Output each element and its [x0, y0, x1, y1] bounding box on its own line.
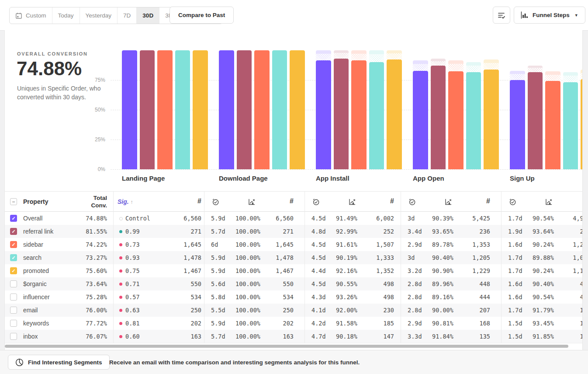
bar[interactable]	[528, 72, 543, 169]
row-checkbox[interactable]: ✓	[10, 215, 17, 222]
count-column-header[interactable]: #	[259, 197, 294, 205]
table-row: email76.00%0.632505.5d100.00%2504.1d92.0…	[5, 304, 583, 317]
chart-options-button[interactable]	[493, 7, 510, 24]
significance-dot	[119, 256, 122, 259]
select-all-checkbox[interactable]: –	[10, 198, 17, 205]
step-count: 534	[254, 290, 294, 304]
row-checkbox[interactable]: ✓	[10, 228, 17, 235]
significance-value: 0.73	[125, 238, 140, 251]
time-to-convert-column-header[interactable]	[509, 198, 516, 206]
bar[interactable]	[387, 59, 402, 169]
property-name: $organic	[23, 277, 47, 290]
bar[interactable]	[484, 70, 499, 169]
compare-to-past-label: Compare to Past	[178, 12, 225, 18]
conversion-rate-column-header[interactable]	[545, 198, 553, 206]
count-column-header[interactable]: #	[455, 197, 490, 205]
step-count: 221	[551, 225, 583, 238]
funnel-steps-icon	[521, 11, 529, 19]
bar[interactable]	[466, 72, 481, 169]
bar-dropoff-cap	[413, 60, 428, 71]
property-name: promoted	[23, 264, 49, 277]
total-conv-column-header[interactable]: TotalConv.	[63, 195, 107, 210]
compare-to-past-button[interactable]: Compare to Past	[169, 7, 234, 24]
bar[interactable]	[510, 80, 525, 169]
bar[interactable]	[351, 60, 367, 169]
step-conversion: 89.78%	[432, 238, 453, 251]
conversion-rate-column-header[interactable]	[348, 198, 356, 206]
step-count: 163	[162, 330, 201, 343]
bar[interactable]	[448, 71, 463, 169]
bar[interactable]	[140, 50, 155, 169]
bar[interactable]	[272, 50, 287, 169]
sort-arrow-icon: ↑	[131, 199, 133, 205]
step-conversion: 90.55%	[336, 277, 357, 290]
bar[interactable]	[193, 50, 208, 169]
bar[interactable]	[563, 82, 578, 169]
conversion-rate-column-header[interactable]	[248, 198, 256, 206]
range-today[interactable]: Today	[52, 7, 80, 24]
bar[interactable]	[545, 81, 560, 169]
time-to-convert-column-header[interactable]	[312, 198, 320, 206]
bar[interactable]	[254, 50, 270, 169]
step-time: 1.7d	[508, 304, 522, 317]
bar[interactable]	[431, 66, 446, 169]
count-column-header[interactable]: #	[359, 197, 394, 205]
bar[interactable]	[334, 59, 349, 169]
property-name: keywords	[23, 317, 49, 330]
step-conversion: 90.40%	[432, 251, 453, 264]
row-checkbox[interactable]	[10, 320, 17, 327]
funnel-step-label: App Install	[316, 175, 349, 182]
step-time: 1.7d	[508, 251, 522, 264]
bar-dropoff-cap	[316, 50, 331, 60]
time-to-convert-column-header[interactable]	[212, 198, 219, 206]
find-interesting-segments-button[interactable]: Find Interesting Segments	[8, 355, 110, 370]
bar[interactable]	[157, 50, 173, 169]
range-label: Today	[58, 12, 74, 19]
step-time: 5.9d	[211, 212, 225, 225]
bar[interactable]	[581, 79, 583, 169]
sig-column-header[interactable]: Sig. ↑	[118, 198, 133, 205]
bar[interactable]	[369, 62, 384, 169]
range-30d[interactable]: 30D	[137, 7, 159, 24]
funnel-step-label: Download Page	[219, 175, 268, 182]
significance-dot	[119, 322, 122, 325]
step-conversion: 90.40%	[533, 277, 554, 290]
bar[interactable]	[413, 71, 428, 169]
bar[interactable]	[122, 50, 137, 169]
bar[interactable]	[175, 50, 190, 169]
step-conversion: 93.45%	[533, 317, 554, 330]
step-conversion: 90.24%	[533, 238, 554, 251]
table-bottom-border	[5, 343, 583, 343]
bar[interactable]	[237, 50, 252, 169]
row-checkbox[interactable]	[10, 294, 17, 301]
row-checkbox[interactable]: ✓	[10, 254, 17, 261]
conversion-rate-column-header[interactable]	[444, 198, 453, 206]
step-conversion: 91.85%	[533, 330, 554, 343]
row-checkbox[interactable]: ✓	[10, 267, 17, 274]
step-time: 4.5d	[311, 238, 326, 251]
time-to-convert-column-header[interactable]	[408, 198, 416, 206]
step-time: 3.2d	[408, 264, 422, 277]
table-row: influencer75.28%0.575345.8d100.00%5344.3…	[5, 290, 583, 304]
range-yesterday[interactable]: Yesterday	[80, 7, 118, 24]
bar[interactable]	[316, 60, 331, 169]
property-column-header[interactable]: Property	[23, 198, 48, 205]
step-time: 5.6d	[211, 277, 225, 290]
row-checkbox[interactable]: ✓	[10, 241, 17, 248]
bar[interactable]	[219, 50, 234, 169]
view-selector-button[interactable]: Funnel Steps ▼	[514, 7, 585, 24]
range-custom[interactable]: Custom	[10, 7, 52, 24]
count-column-header[interactable]: #	[166, 197, 201, 205]
total-conversion-value: 76.07%	[68, 330, 107, 343]
range-7d[interactable]: 7D	[118, 7, 137, 24]
step-conversion: 90.54%	[533, 290, 554, 304]
row-checkbox[interactable]	[10, 333, 17, 340]
step-count: 1,352	[355, 264, 394, 277]
step-time: 5.9d	[211, 317, 225, 330]
bar[interactable]	[290, 50, 305, 169]
row-checkbox[interactable]	[10, 307, 17, 314]
row-checkbox[interactable]	[10, 280, 17, 287]
horizontal-scrollbar[interactable]	[5, 345, 568, 348]
bar-dropoff-cap	[563, 72, 578, 82]
count-column-header[interactable]: #	[556, 197, 583, 205]
